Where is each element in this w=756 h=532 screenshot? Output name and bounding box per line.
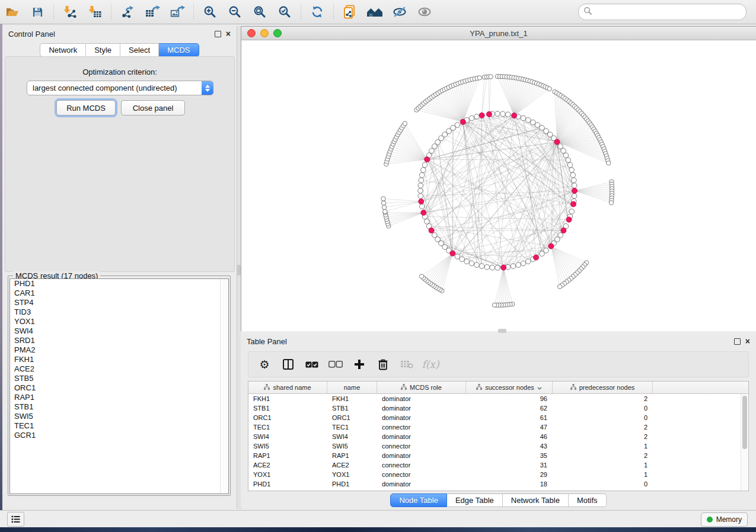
node-table-header[interactable]: shared namenameMCDS rolesuccessor nodesp… bbox=[248, 382, 748, 394]
criterion-dropdown[interactable]: largest connected component (undirected) bbox=[27, 81, 213, 95]
save-session-icon[interactable] bbox=[27, 3, 47, 21]
table-settings-gear-icon[interactable]: ⚙ bbox=[257, 357, 272, 372]
table-row[interactable]: FKH1FKH1dominator962 bbox=[248, 394, 748, 403]
column-label: name bbox=[344, 384, 361, 391]
zoom-fit-icon[interactable] bbox=[250, 3, 270, 21]
mcds-result-item[interactable]: TID3 bbox=[10, 307, 228, 317]
zoom-in-icon[interactable] bbox=[200, 3, 220, 21]
task-history-button[interactable] bbox=[7, 512, 24, 527]
table-cell: STB1 bbox=[248, 403, 327, 413]
column-label: predecessor nodes bbox=[579, 384, 635, 391]
scrollbar-thumb[interactable] bbox=[742, 396, 747, 449]
table-cell: 47 bbox=[466, 422, 553, 432]
select-all-checkboxes-icon[interactable] bbox=[304, 357, 320, 372]
column-header-name[interactable]: name bbox=[327, 382, 377, 394]
mcds-result-item[interactable]: ACE2 bbox=[10, 364, 228, 374]
mcds-result-item[interactable]: GCR1 bbox=[10, 431, 228, 440]
node-table-body[interactable]: FKH1FKH1dominator962STB1STB1dominator620… bbox=[248, 394, 748, 489]
table-row[interactable]: PHD1PHD1dominator180 bbox=[248, 479, 748, 489]
delete-row-icon[interactable] bbox=[375, 357, 391, 372]
zoom-out-icon[interactable] bbox=[225, 3, 245, 21]
table-row[interactable]: TEC1TEC1connector472 bbox=[248, 422, 748, 432]
tab-network-table[interactable]: Network Table bbox=[503, 493, 569, 507]
float-window-icon[interactable] bbox=[734, 338, 741, 345]
hide-selected-icon[interactable] bbox=[390, 3, 410, 21]
tab-edge-table[interactable]: Edge Table bbox=[447, 493, 503, 507]
mcds-result-item[interactable]: YOX1 bbox=[10, 317, 228, 326]
column-header-successor-nodes[interactable]: successor nodes bbox=[466, 382, 553, 394]
search-field[interactable] bbox=[578, 4, 747, 20]
run-mcds-button[interactable]: Run MCDS bbox=[56, 100, 116, 116]
column-selector-icon[interactable] bbox=[280, 357, 296, 372]
open-session-icon[interactable] bbox=[2, 3, 23, 21]
mcds-result-item[interactable]: PHD1 bbox=[10, 279, 228, 289]
table-row[interactable]: SWI5SWI5connector431 bbox=[248, 441, 748, 451]
close-icon[interactable]: × bbox=[745, 338, 750, 344]
network-window-titlebar[interactable]: YPA_prune.txt_1 bbox=[241, 27, 756, 40]
deselect-all-checkboxes-icon[interactable] bbox=[328, 357, 343, 372]
status-bar: Memory bbox=[0, 510, 756, 528]
mcds-list-scrollbar[interactable] bbox=[220, 279, 228, 493]
table-cell: 62 bbox=[466, 403, 553, 413]
splitter-handle[interactable] bbox=[498, 329, 506, 333]
new-network-from-selection-icon[interactable] bbox=[340, 3, 360, 21]
table-row[interactable]: SWI4SWI4dominator462 bbox=[248, 432, 748, 441]
table-cell: 2 bbox=[553, 422, 653, 432]
table-cell: 2 bbox=[553, 432, 653, 441]
first-neighbors-icon[interactable] bbox=[365, 3, 385, 21]
mcds-result-item[interactable]: FKH1 bbox=[10, 355, 228, 364]
column-header-MCDS-role[interactable]: MCDS role bbox=[377, 382, 466, 394]
search-input[interactable] bbox=[595, 7, 746, 17]
mcds-result-item[interactable]: TEC1 bbox=[10, 421, 228, 431]
table-cell: connector bbox=[377, 441, 466, 451]
table-cell: 2 bbox=[553, 394, 653, 403]
memory-button[interactable]: Memory bbox=[701, 512, 748, 527]
column-header-predecessor-nodes[interactable]: predecessor nodes bbox=[553, 382, 653, 394]
table-cell: 0 bbox=[553, 413, 653, 422]
mcds-result-item[interactable]: SWI4 bbox=[10, 326, 228, 336]
show-all-icon[interactable] bbox=[414, 3, 435, 21]
tab-node-table[interactable]: Node Table bbox=[390, 493, 447, 507]
mcds-result-item[interactable]: CAR1 bbox=[10, 289, 228, 298]
add-row-icon[interactable] bbox=[352, 357, 367, 372]
zoom-selected-icon[interactable] bbox=[275, 3, 295, 21]
mcds-result-item[interactable]: STP4 bbox=[10, 298, 228, 307]
table-cell: TEC1 bbox=[327, 422, 377, 432]
table-row[interactable]: ACE2ACE2connector311 bbox=[248, 460, 748, 470]
close-icon[interactable]: × bbox=[226, 31, 231, 37]
float-window-icon[interactable] bbox=[215, 31, 221, 37]
mcds-result-item[interactable]: RAP1 bbox=[10, 393, 228, 402]
network-canvas[interactable] bbox=[241, 40, 755, 332]
table-row[interactable]: ORC1ORC1dominator610 bbox=[248, 413, 748, 422]
tab-style[interactable]: Style bbox=[86, 43, 120, 57]
toolbar-separator bbox=[193, 4, 194, 20]
table-row[interactable]: RAP1RAP1dominator352 bbox=[248, 451, 748, 460]
mcds-result-item[interactable]: SRD1 bbox=[10, 336, 228, 345]
dropdown-stepper-icon[interactable] bbox=[202, 81, 213, 95]
refresh-layout-icon[interactable] bbox=[307, 3, 327, 21]
export-network-icon[interactable] bbox=[117, 3, 138, 21]
mcds-result-item[interactable]: STB1 bbox=[10, 402, 228, 412]
column-header-shared-name[interactable]: shared name bbox=[248, 382, 327, 394]
import-table-icon[interactable] bbox=[85, 3, 105, 21]
tab-select[interactable]: Select bbox=[120, 43, 159, 57]
mcds-result-list[interactable]: PHD1CAR1STP4TID3YOX1SWI4SRD1PMA2FKH1ACE2… bbox=[9, 278, 229, 494]
table-cell: STB1 bbox=[327, 403, 377, 413]
table-row[interactable]: YOX1YOX1connector291 bbox=[248, 470, 748, 479]
table-row[interactable]: STB1STB1dominator620 bbox=[248, 403, 748, 413]
node-table[interactable]: shared namenameMCDS rolesuccessor nodesp… bbox=[248, 381, 749, 491]
tab-motifs[interactable]: Motifs bbox=[569, 493, 607, 507]
export-image-icon[interactable] bbox=[167, 3, 187, 21]
table-cell: 96 bbox=[466, 394, 553, 403]
mcds-result-item[interactable]: ORC1 bbox=[10, 383, 228, 393]
table-scrollbar[interactable] bbox=[741, 394, 748, 490]
import-network-icon[interactable] bbox=[60, 3, 80, 21]
tab-mcds[interactable]: MCDS bbox=[159, 43, 199, 57]
export-table-icon[interactable] bbox=[142, 3, 162, 21]
mcds-result-item[interactable]: SWI5 bbox=[10, 412, 228, 421]
mcds-result-item[interactable]: STB5 bbox=[10, 374, 228, 383]
criterion-value: largest connected component (undirected) bbox=[27, 84, 202, 92]
mcds-result-item[interactable]: PMA2 bbox=[10, 345, 228, 355]
tab-network[interactable]: Network bbox=[40, 43, 86, 57]
close-panel-button[interactable]: Close panel bbox=[121, 100, 185, 116]
